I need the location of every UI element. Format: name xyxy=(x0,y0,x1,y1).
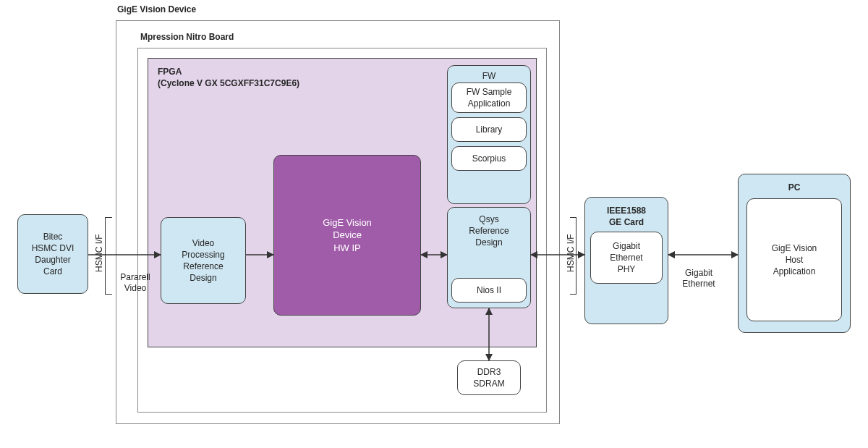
label-gigabit-ethernet: Gigabit Ethernet xyxy=(677,268,720,289)
label-qsys: Qsys Reference Design xyxy=(469,214,509,249)
bracket-left-bottom xyxy=(105,294,112,295)
label-pararell-video: Pararell Video xyxy=(117,272,153,294)
block-bitec-card: Bitec HSMC DVI Daughter Card xyxy=(17,214,88,294)
bracket-right-top xyxy=(570,217,576,218)
block-hw-ip: GigE Vision Device HW IP xyxy=(273,155,421,316)
label-fw: FW xyxy=(482,70,496,82)
title-nitro-board: Mpression Nitro Board xyxy=(140,32,234,43)
bracket-left-top xyxy=(105,217,112,218)
title-fpga-line2: (Cyclone V GX 5CGXFF31C7C9E6) xyxy=(158,78,299,89)
spacer-fw xyxy=(451,173,527,177)
title-fpga-line1: FPGA xyxy=(158,67,182,77)
block-scorpius: Scorpius xyxy=(451,146,527,171)
block-video-processing: Video Processing Reference Design xyxy=(161,217,246,304)
title-gige-device: GigE Vision Device xyxy=(117,4,196,15)
bracket-right-inner xyxy=(576,217,576,294)
block-nios-ii: Nios II xyxy=(451,278,527,303)
block-ddr3-sdram: DDR3 SDRAM xyxy=(457,360,521,395)
label-hsmc-if-right: HSMC I/F xyxy=(566,232,576,275)
label-pc: PC xyxy=(788,182,801,193)
block-pc-app: GigE Vision Host Application xyxy=(746,198,842,321)
bracket-left-inner xyxy=(105,217,106,294)
label-hsmc-if-left: HSMC I/F xyxy=(94,232,105,275)
label-ieee1588: IEEE1588 GE Card xyxy=(607,205,646,228)
block-gbe-phy: Gigabit Ethernet PHY xyxy=(590,232,663,284)
block-library: Library xyxy=(451,117,527,142)
bracket-right-bottom xyxy=(570,294,576,295)
block-fw-sample-app: FW Sample Application xyxy=(451,83,527,113)
